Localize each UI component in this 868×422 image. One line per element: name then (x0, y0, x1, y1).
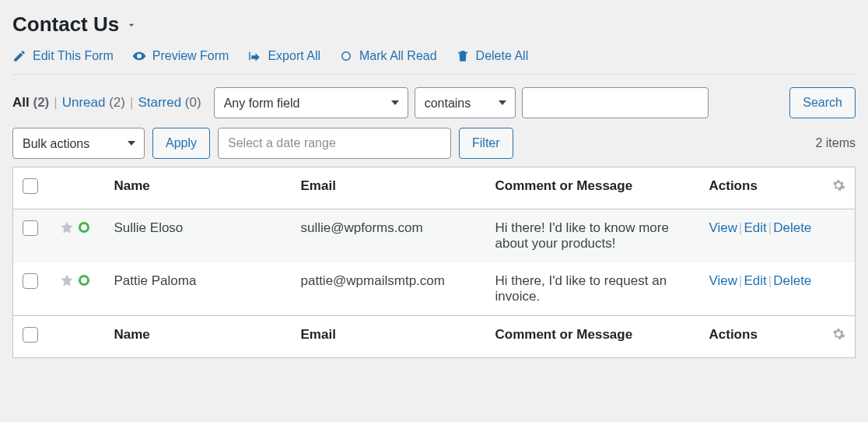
gear-icon[interactable] (831, 178, 845, 192)
star-icon[interactable] (60, 220, 74, 234)
search-button[interactable]: Search (789, 87, 856, 118)
table-footer-row: Name Email Comment or Message Actions (13, 316, 856, 358)
cell-email: pattie@wpmailsmtp.com (292, 262, 486, 316)
preview-form-link[interactable]: Preview Form (132, 49, 229, 63)
unread-indicator-icon[interactable] (79, 275, 89, 286)
star-icon[interactable] (60, 273, 74, 287)
chevron-down-icon[interactable] (125, 19, 138, 31)
items-count: 2 items (815, 136, 856, 150)
row-checkbox[interactable] (23, 220, 38, 236)
filter-button[interactable]: Filter (459, 128, 513, 159)
col-email[interactable]: Email (292, 167, 486, 209)
select-all-checkbox[interactable] (23, 178, 38, 194)
search-input[interactable] (522, 87, 709, 118)
col-message[interactable]: Comment or Message (486, 167, 700, 209)
view-link[interactable]: View (709, 220, 738, 235)
cell-message: Hi there! I'd like to know more about yo… (486, 209, 700, 263)
delete-all-link[interactable]: Delete All (456, 49, 529, 63)
field-select-wrapper: Any form field (214, 87, 408, 118)
bulk-select-wrapper: Bulk actions (12, 128, 145, 159)
cell-message: Hi there, I'd like to request an invoice… (486, 262, 700, 316)
trash-icon (456, 49, 470, 63)
table-row: Pattie Paloma pattie@wpmailsmtp.com Hi t… (13, 262, 856, 316)
subsub-all[interactable]: All (2) (12, 95, 49, 111)
page-title: Contact Us (12, 12, 119, 37)
row-checkbox[interactable] (23, 273, 38, 289)
cell-name: Sullie Eloso (105, 209, 292, 263)
filter-row: All (2) | Unread (2) | Starred (0) Any f… (12, 87, 856, 118)
pencil-icon (12, 49, 26, 63)
condition-select[interactable]: contains (415, 87, 516, 118)
table-row: Sullie Eloso sullie@wpforms.com Hi there… (13, 209, 856, 263)
col-message-footer[interactable]: Comment or Message (486, 316, 700, 358)
field-select[interactable]: Any form field (214, 87, 408, 118)
circle-icon (339, 49, 353, 63)
export-all-link[interactable]: Export All (247, 49, 320, 63)
col-actions-footer: Actions (700, 316, 856, 358)
delete-link[interactable]: Delete (773, 220, 811, 235)
cell-email: sullie@wpforms.com (292, 209, 486, 263)
eye-icon (132, 49, 146, 63)
unread-indicator-icon[interactable] (79, 222, 89, 233)
col-name[interactable]: Name (105, 167, 292, 209)
delete-link[interactable]: Delete (773, 273, 811, 288)
subsub-starred[interactable]: Starred (0) (138, 95, 201, 111)
cell-name: Pattie Paloma (105, 262, 292, 316)
entries-table: Name Email Comment or Message Actions Su… (12, 167, 856, 358)
subsub-links: All (2) | Unread (2) | Starred (0) (12, 95, 201, 111)
edit-link[interactable]: Edit (744, 220, 766, 235)
edit-form-link[interactable]: Edit This Form (12, 49, 114, 63)
col-email-footer[interactable]: Email (292, 316, 486, 358)
col-actions: Actions (700, 167, 856, 209)
cond-select-wrapper: contains (415, 87, 516, 118)
col-name-footer[interactable]: Name (105, 316, 292, 358)
table-header-row: Name Email Comment or Message Actions (13, 167, 856, 209)
view-link[interactable]: View (709, 273, 738, 288)
gear-icon[interactable] (831, 327, 845, 341)
edit-link[interactable]: Edit (744, 273, 766, 288)
toolbar: Edit This Form Preview Form Export All M… (12, 49, 856, 75)
apply-button[interactable]: Apply (152, 128, 210, 159)
col-indicators (51, 167, 105, 209)
row-actions: View|Edit|Delete (700, 262, 856, 316)
row-actions: View|Edit|Delete (700, 209, 856, 263)
subsub-unread[interactable]: Unread (2) (62, 95, 125, 111)
date-range-input[interactable] (218, 128, 451, 159)
mark-all-read-link[interactable]: Mark All Read (339, 49, 437, 63)
export-icon (247, 49, 261, 63)
bulk-actions-select[interactable]: Bulk actions (12, 128, 145, 159)
bulk-row: Bulk actions Apply Filter 2 items (12, 128, 856, 159)
select-all-checkbox-footer[interactable] (23, 327, 38, 343)
page-title-row: Contact Us (12, 12, 856, 37)
